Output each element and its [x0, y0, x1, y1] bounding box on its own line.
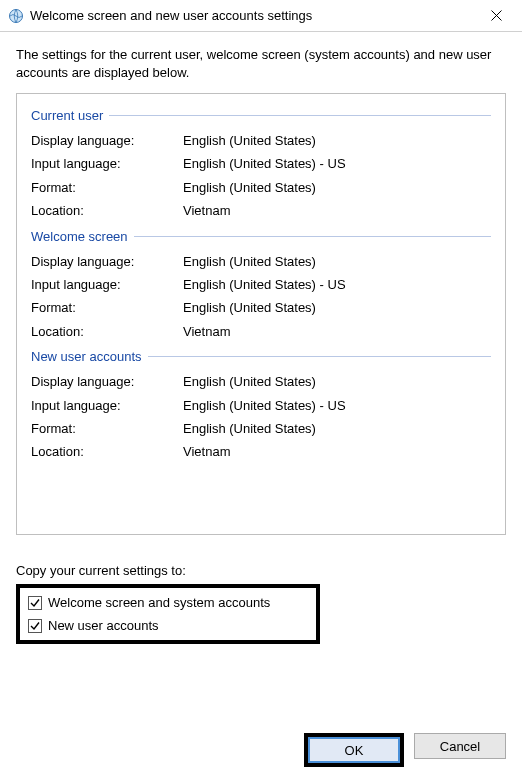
value-display-language: English (United States) [183, 129, 491, 152]
value-input-language: English (United States) - US [183, 394, 491, 417]
group-title-welcome-screen: Welcome screen [31, 229, 128, 244]
checkbox-new-user[interactable] [28, 619, 42, 633]
row-newuser-display-language: Display language: English (United States… [31, 370, 491, 393]
group-divider [109, 115, 491, 116]
label-location: Location: [31, 199, 183, 222]
checkbox-label-new-user: New user accounts [48, 618, 159, 633]
row-newuser-input-language: Input language: English (United States) … [31, 394, 491, 417]
value-display-language: English (United States) [183, 370, 491, 393]
label-format: Format: [31, 296, 183, 319]
checkbox-label-welcome-screen: Welcome screen and system accounts [48, 595, 270, 610]
checkbox-welcome-screen[interactable] [28, 596, 42, 610]
group-header-current-user: Current user [31, 108, 491, 123]
globe-icon [8, 8, 24, 24]
label-input-language: Input language: [31, 273, 183, 296]
label-display-language: Display language: [31, 370, 183, 393]
intro-text: The settings for the current user, welco… [16, 46, 506, 81]
checkbox-row-welcome-screen[interactable]: Welcome screen and system accounts [28, 593, 306, 612]
row-newuser-format: Format: English (United States) [31, 417, 491, 440]
row-welcome-format: Format: English (United States) [31, 296, 491, 319]
value-input-language: English (United States) - US [183, 273, 491, 296]
group-divider [134, 236, 491, 237]
value-format: English (United States) [183, 296, 491, 319]
label-display-language: Display language: [31, 250, 183, 273]
label-format: Format: [31, 417, 183, 440]
dialog-body: The settings for the current user, welco… [0, 32, 522, 660]
row-current-format: Format: English (United States) [31, 176, 491, 199]
titlebar: Welcome screen and new user accounts set… [0, 0, 522, 32]
ok-button-highlight: OK [304, 733, 404, 767]
row-welcome-location: Location: Vietnam [31, 320, 491, 343]
value-location: Vietnam [183, 199, 491, 222]
cancel-button[interactable]: Cancel [414, 733, 506, 759]
row-current-display-language: Display language: English (United States… [31, 129, 491, 152]
value-location: Vietnam [183, 440, 491, 463]
row-current-location: Location: Vietnam [31, 199, 491, 222]
value-location: Vietnam [183, 320, 491, 343]
value-format: English (United States) [183, 176, 491, 199]
group-title-current-user: Current user [31, 108, 103, 123]
label-location: Location: [31, 320, 183, 343]
value-format: English (United States) [183, 417, 491, 440]
label-location: Location: [31, 440, 183, 463]
group-divider [148, 356, 491, 357]
label-format: Format: [31, 176, 183, 199]
row-welcome-input-language: Input language: English (United States) … [31, 273, 491, 296]
label-input-language: Input language: [31, 152, 183, 175]
checkbox-row-new-user[interactable]: New user accounts [28, 616, 306, 635]
checkmark-icon [30, 621, 40, 631]
row-welcome-display-language: Display language: English (United States… [31, 250, 491, 273]
close-button[interactable] [478, 1, 514, 31]
label-input-language: Input language: [31, 394, 183, 417]
button-bar: OK Cancel [0, 733, 522, 783]
group-title-new-user: New user accounts [31, 349, 142, 364]
ok-button[interactable]: OK [308, 737, 400, 763]
value-input-language: English (United States) - US [183, 152, 491, 175]
close-icon [491, 10, 502, 21]
group-header-new-user: New user accounts [31, 349, 491, 364]
group-header-welcome-screen: Welcome screen [31, 229, 491, 244]
window-title: Welcome screen and new user accounts set… [30, 8, 478, 23]
copy-settings-label: Copy your current settings to: [16, 563, 506, 578]
row-current-input-language: Input language: English (United States) … [31, 152, 491, 175]
row-newuser-location: Location: Vietnam [31, 440, 491, 463]
settings-panel: Current user Display language: English (… [16, 93, 506, 535]
label-display-language: Display language: [31, 129, 183, 152]
value-display-language: English (United States) [183, 250, 491, 273]
copy-checkbox-group: Welcome screen and system accounts New u… [16, 584, 320, 644]
checkmark-icon [30, 598, 40, 608]
